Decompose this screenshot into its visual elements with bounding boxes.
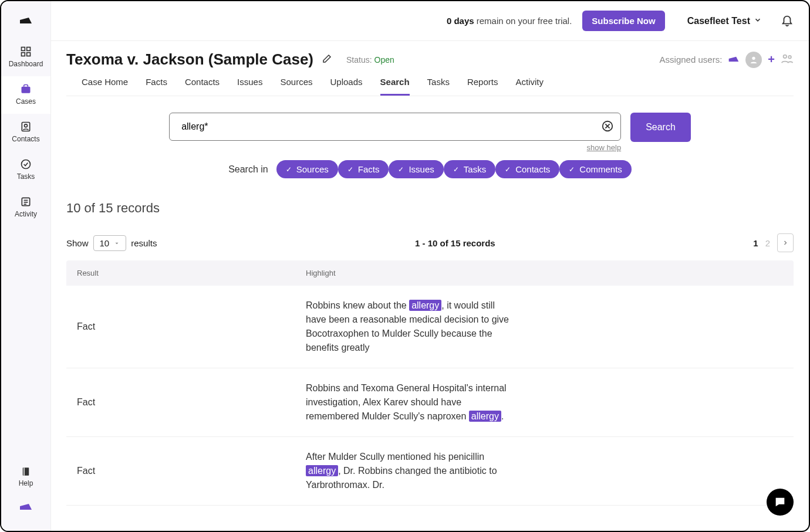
next-page-button[interactable]: [777, 233, 794, 252]
sidebar-item-cases[interactable]: Cases: [1, 76, 50, 114]
sidebar-item-label: Activity: [1, 210, 50, 218]
result-highlight: Robbins and Texoma General Hospital's in…: [306, 381, 517, 423]
svg-rect-1: [27, 48, 31, 51]
range-text: 1 - 10 of 15 records: [157, 238, 753, 248]
sidebar-item-tasks[interactable]: Tasks: [1, 151, 50, 189]
check-icon: ✓: [286, 165, 292, 174]
check-icon: ✓: [398, 165, 404, 174]
svg-rect-2: [22, 53, 25, 56]
sidebar-item-contacts[interactable]: Contacts: [1, 114, 50, 151]
tab-case-home[interactable]: Case Home: [82, 77, 128, 96]
svg-rect-13: [23, 467, 25, 476]
briefcase-icon: [1, 83, 50, 95]
check-icon: ✓: [569, 165, 575, 174]
edit-button[interactable]: [322, 53, 332, 66]
sidebar-item-label: Contacts: [1, 135, 50, 143]
search-button[interactable]: Search: [630, 113, 691, 142]
chat-button[interactable]: [767, 489, 794, 516]
org-picker[interactable]: Casefleet Test: [687, 16, 762, 26]
result-row[interactable]: FactRobbins and Texoma General Hospital'…: [66, 368, 794, 437]
book-icon: [1, 466, 50, 477]
assigned-brand-icon: [728, 53, 740, 66]
filter-chip-issues[interactable]: ✓Issues: [389, 160, 443, 178]
tab-sources[interactable]: Sources: [280, 77, 312, 96]
avatar[interactable]: [745, 52, 762, 68]
contact-icon: [1, 121, 50, 133]
result-row[interactable]: FactRobbins knew about the allergy, it w…: [66, 286, 794, 368]
col-highlight-header: Highlight: [306, 269, 783, 277]
svg-point-15: [784, 55, 787, 59]
filter-chip-comments[interactable]: ✓Comments: [559, 160, 632, 178]
filter-chip-facts[interactable]: ✓Facts: [338, 160, 389, 178]
check-icon: ✓: [453, 165, 459, 174]
tab-facts[interactable]: Facts: [146, 77, 167, 96]
svg-rect-4: [22, 87, 31, 93]
trial-rest: remain on your free trial.: [474, 16, 572, 26]
search-input[interactable]: [169, 113, 621, 141]
tab-search[interactable]: Search: [380, 77, 410, 96]
subscribe-button[interactable]: Subscribe Now: [582, 11, 664, 31]
show-results: Show 10 results: [66, 235, 157, 251]
caret-down-icon: [114, 238, 120, 248]
brand-icon[interactable]: [1, 493, 50, 521]
case-header: Texoma v. Jackson (Sample Case) Status: …: [51, 41, 809, 96]
grid-icon: [1, 46, 50, 57]
trial-days: 0 days: [447, 16, 474, 26]
result-highlight: After Mulder Scully mentioned his penici…: [306, 450, 517, 492]
page-1[interactable]: 1: [753, 238, 758, 248]
tab-uploads[interactable]: Uploads: [330, 77, 362, 96]
results: 10 of 15 records Show 10 results 1 - 10 …: [51, 184, 809, 506]
sidebar-item-label: Help: [1, 479, 50, 487]
filter-chip-sources[interactable]: ✓Sources: [276, 160, 338, 178]
svg-point-16: [788, 56, 791, 59]
notifications-button[interactable]: [781, 13, 794, 29]
assigned-users: Assigned users: +: [660, 52, 794, 68]
result-type: Fact: [77, 321, 306, 332]
result-row[interactable]: FactAfter Mulder Scully mentioned his pe…: [66, 437, 794, 506]
case-title: Texoma v. Jackson (Sample Case): [66, 50, 313, 69]
pager: 12: [753, 233, 794, 252]
result-type: Fact: [77, 397, 306, 408]
tab-contacts[interactable]: Contacts: [185, 77, 220, 96]
case-tabs: Case HomeFactsContactsIssuesSourcesUploa…: [66, 69, 794, 96]
sidebar-item-dashboard[interactable]: Dashboard: [1, 39, 50, 76]
filter-chip-contacts[interactable]: ✓Contacts: [495, 160, 559, 178]
svg-point-7: [22, 160, 31, 169]
tab-issues[interactable]: Issues: [237, 77, 262, 96]
tab-activity[interactable]: Activity: [515, 77, 544, 96]
assigned-label: Assigned users:: [660, 55, 723, 65]
tab-reports[interactable]: Reports: [467, 77, 498, 96]
topbar: 0 days remain on your free trial. Subscr…: [51, 1, 809, 41]
chevron-down-icon: [754, 16, 762, 26]
sidebar-item-label: Tasks: [1, 172, 50, 181]
tab-tasks[interactable]: Tasks: [427, 77, 450, 96]
highlight-term: allergy: [469, 411, 501, 422]
col-result-header: Result: [77, 269, 306, 277]
sidebar-item-label: Dashboard: [1, 60, 50, 68]
sidebar: Dashboard Cases Contacts Tasks Activity …: [1, 1, 51, 531]
check-icon: ✓: [505, 165, 511, 174]
clear-button[interactable]: [601, 120, 614, 135]
svg-point-14: [752, 56, 755, 59]
check-circle-icon: [1, 158, 50, 170]
main: 0 days remain on your free trial. Subscr…: [51, 1, 809, 531]
add-user-button[interactable]: +: [768, 53, 775, 66]
result-highlight: Robbins knew about the allergy, it would…: [306, 299, 517, 355]
search-area: show help Search Search in ✓Sources✓Fact…: [51, 96, 809, 184]
org-name: Casefleet Test: [687, 16, 750, 26]
show-help-link[interactable]: show help: [169, 143, 621, 152]
filter-chip-tasks[interactable]: ✓Tasks: [444, 160, 495, 178]
search-in-label: Search in: [228, 164, 268, 175]
sidebar-item-activity[interactable]: Activity: [1, 189, 50, 226]
sidebar-item-label: Cases: [1, 97, 50, 106]
users-icon[interactable]: [781, 52, 794, 67]
logo-purple-icon: [1, 499, 50, 513]
status-label: Status: Open: [346, 55, 394, 65]
status-value: Open: [374, 55, 394, 65]
svg-rect-0: [22, 48, 25, 51]
trial-text: 0 days remain on your free trial.: [447, 16, 572, 26]
page-size-select[interactable]: 10: [93, 235, 127, 251]
sidebar-item-help[interactable]: Help: [1, 460, 50, 493]
page-2[interactable]: 2: [765, 238, 770, 248]
list-icon: [1, 196, 50, 208]
